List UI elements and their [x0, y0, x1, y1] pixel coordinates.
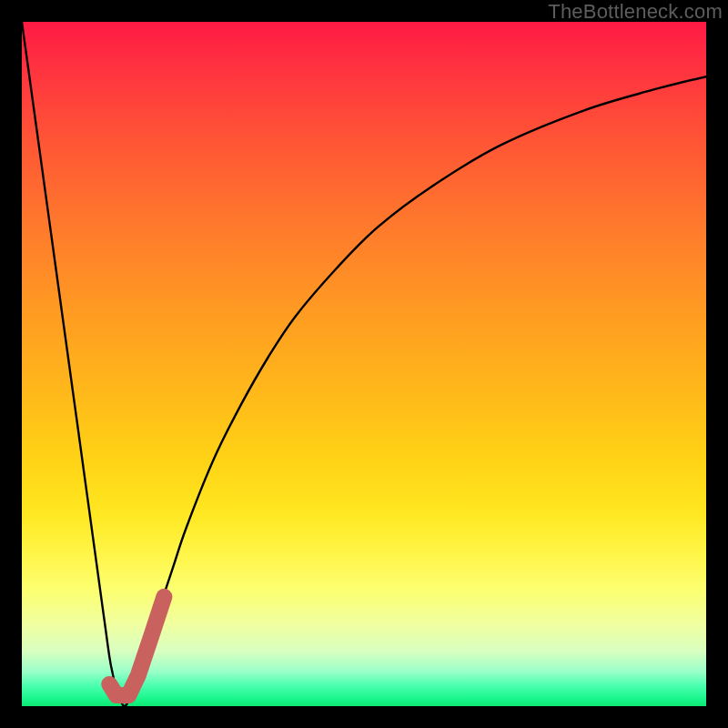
marker-segment	[109, 597, 164, 695]
watermark-text: TheBottleneck.com	[548, 0, 723, 24]
bottleneck-curve	[22, 22, 706, 706]
chart-svg	[22, 22, 706, 706]
plot-area	[22, 22, 706, 706]
outer-frame: TheBottleneck.com	[0, 0, 728, 728]
